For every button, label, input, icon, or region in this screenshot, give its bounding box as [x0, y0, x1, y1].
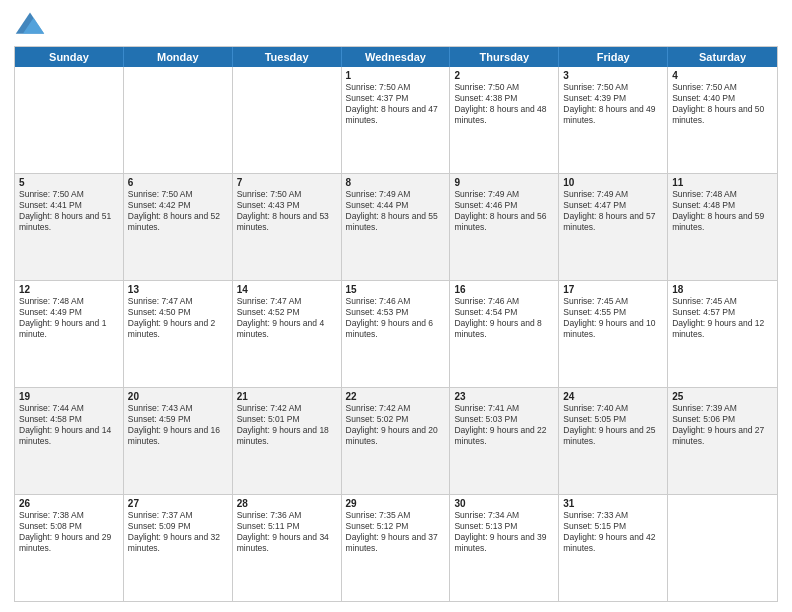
cell-info: Sunrise: 7:41 AM Sunset: 5:03 PM Dayligh…: [454, 403, 554, 447]
day-number: 29: [346, 498, 446, 509]
calendar-cell-day-24: 24Sunrise: 7:40 AM Sunset: 5:05 PM Dayli…: [559, 388, 668, 494]
day-number: 31: [563, 498, 663, 509]
day-number: 19: [19, 391, 119, 402]
page: SundayMondayTuesdayWednesdayThursdayFrid…: [0, 0, 792, 612]
cell-info: Sunrise: 7:50 AM Sunset: 4:41 PM Dayligh…: [19, 189, 119, 233]
cell-info: Sunrise: 7:50 AM Sunset: 4:40 PM Dayligh…: [672, 82, 773, 126]
calendar-cell-day-10: 10Sunrise: 7:49 AM Sunset: 4:47 PM Dayli…: [559, 174, 668, 280]
calendar-row-4: 19Sunrise: 7:44 AM Sunset: 4:58 PM Dayli…: [15, 387, 777, 494]
calendar-row-2: 5Sunrise: 7:50 AM Sunset: 4:41 PM Daylig…: [15, 173, 777, 280]
day-number: 2: [454, 70, 554, 81]
cell-info: Sunrise: 7:47 AM Sunset: 4:52 PM Dayligh…: [237, 296, 337, 340]
cell-info: Sunrise: 7:33 AM Sunset: 5:15 PM Dayligh…: [563, 510, 663, 554]
calendar-cell-day-19: 19Sunrise: 7:44 AM Sunset: 4:58 PM Dayli…: [15, 388, 124, 494]
cell-info: Sunrise: 7:49 AM Sunset: 4:46 PM Dayligh…: [454, 189, 554, 233]
calendar-cell-day-29: 29Sunrise: 7:35 AM Sunset: 5:12 PM Dayli…: [342, 495, 451, 601]
calendar: SundayMondayTuesdayWednesdayThursdayFrid…: [14, 46, 778, 602]
day-number: 16: [454, 284, 554, 295]
header-day-wednesday: Wednesday: [342, 47, 451, 67]
cell-info: Sunrise: 7:35 AM Sunset: 5:12 PM Dayligh…: [346, 510, 446, 554]
calendar-cell-day-22: 22Sunrise: 7:42 AM Sunset: 5:02 PM Dayli…: [342, 388, 451, 494]
calendar-row-1: 1Sunrise: 7:50 AM Sunset: 4:37 PM Daylig…: [15, 67, 777, 173]
calendar-cell-day-26: 26Sunrise: 7:38 AM Sunset: 5:08 PM Dayli…: [15, 495, 124, 601]
calendar-cell-empty: [668, 495, 777, 601]
day-number: 12: [19, 284, 119, 295]
day-number: 30: [454, 498, 554, 509]
cell-info: Sunrise: 7:39 AM Sunset: 5:06 PM Dayligh…: [672, 403, 773, 447]
header-day-monday: Monday: [124, 47, 233, 67]
day-number: 6: [128, 177, 228, 188]
cell-info: Sunrise: 7:37 AM Sunset: 5:09 PM Dayligh…: [128, 510, 228, 554]
calendar-header-row: SundayMondayTuesdayWednesdayThursdayFrid…: [15, 47, 777, 67]
calendar-cell-day-12: 12Sunrise: 7:48 AM Sunset: 4:49 PM Dayli…: [15, 281, 124, 387]
cell-info: Sunrise: 7:42 AM Sunset: 5:01 PM Dayligh…: [237, 403, 337, 447]
day-number: 26: [19, 498, 119, 509]
day-number: 17: [563, 284, 663, 295]
day-number: 1: [346, 70, 446, 81]
day-number: 3: [563, 70, 663, 81]
day-number: 14: [237, 284, 337, 295]
calendar-cell-day-1: 1Sunrise: 7:50 AM Sunset: 4:37 PM Daylig…: [342, 67, 451, 173]
calendar-cell-day-20: 20Sunrise: 7:43 AM Sunset: 4:59 PM Dayli…: [124, 388, 233, 494]
calendar-cell-day-28: 28Sunrise: 7:36 AM Sunset: 5:11 PM Dayli…: [233, 495, 342, 601]
calendar-cell-empty: [233, 67, 342, 173]
calendar-cell-day-25: 25Sunrise: 7:39 AM Sunset: 5:06 PM Dayli…: [668, 388, 777, 494]
calendar-cell-day-2: 2Sunrise: 7:50 AM Sunset: 4:38 PM Daylig…: [450, 67, 559, 173]
header: [14, 10, 778, 38]
logo-icon: [14, 10, 46, 38]
calendar-cell-day-13: 13Sunrise: 7:47 AM Sunset: 4:50 PM Dayli…: [124, 281, 233, 387]
cell-info: Sunrise: 7:50 AM Sunset: 4:39 PM Dayligh…: [563, 82, 663, 126]
calendar-cell-day-14: 14Sunrise: 7:47 AM Sunset: 4:52 PM Dayli…: [233, 281, 342, 387]
day-number: 11: [672, 177, 773, 188]
cell-info: Sunrise: 7:49 AM Sunset: 4:44 PM Dayligh…: [346, 189, 446, 233]
day-number: 24: [563, 391, 663, 402]
calendar-cell-empty: [124, 67, 233, 173]
calendar-row-3: 12Sunrise: 7:48 AM Sunset: 4:49 PM Dayli…: [15, 280, 777, 387]
header-day-friday: Friday: [559, 47, 668, 67]
day-number: 4: [672, 70, 773, 81]
cell-info: Sunrise: 7:48 AM Sunset: 4:48 PM Dayligh…: [672, 189, 773, 233]
calendar-cell-day-21: 21Sunrise: 7:42 AM Sunset: 5:01 PM Dayli…: [233, 388, 342, 494]
logo: [14, 10, 50, 38]
calendar-cell-day-23: 23Sunrise: 7:41 AM Sunset: 5:03 PM Dayli…: [450, 388, 559, 494]
calendar-body: 1Sunrise: 7:50 AM Sunset: 4:37 PM Daylig…: [15, 67, 777, 601]
cell-info: Sunrise: 7:44 AM Sunset: 4:58 PM Dayligh…: [19, 403, 119, 447]
calendar-cell-day-11: 11Sunrise: 7:48 AM Sunset: 4:48 PM Dayli…: [668, 174, 777, 280]
day-number: 10: [563, 177, 663, 188]
calendar-cell-day-4: 4Sunrise: 7:50 AM Sunset: 4:40 PM Daylig…: [668, 67, 777, 173]
calendar-cell-empty: [15, 67, 124, 173]
calendar-cell-day-15: 15Sunrise: 7:46 AM Sunset: 4:53 PM Dayli…: [342, 281, 451, 387]
day-number: 15: [346, 284, 446, 295]
cell-info: Sunrise: 7:47 AM Sunset: 4:50 PM Dayligh…: [128, 296, 228, 340]
day-number: 25: [672, 391, 773, 402]
calendar-cell-day-7: 7Sunrise: 7:50 AM Sunset: 4:43 PM Daylig…: [233, 174, 342, 280]
cell-info: Sunrise: 7:34 AM Sunset: 5:13 PM Dayligh…: [454, 510, 554, 554]
cell-info: Sunrise: 7:49 AM Sunset: 4:47 PM Dayligh…: [563, 189, 663, 233]
day-number: 7: [237, 177, 337, 188]
day-number: 13: [128, 284, 228, 295]
cell-info: Sunrise: 7:42 AM Sunset: 5:02 PM Dayligh…: [346, 403, 446, 447]
calendar-cell-day-30: 30Sunrise: 7:34 AM Sunset: 5:13 PM Dayli…: [450, 495, 559, 601]
day-number: 9: [454, 177, 554, 188]
calendar-cell-day-17: 17Sunrise: 7:45 AM Sunset: 4:55 PM Dayli…: [559, 281, 668, 387]
cell-info: Sunrise: 7:46 AM Sunset: 4:54 PM Dayligh…: [454, 296, 554, 340]
calendar-cell-day-8: 8Sunrise: 7:49 AM Sunset: 4:44 PM Daylig…: [342, 174, 451, 280]
header-day-thursday: Thursday: [450, 47, 559, 67]
day-number: 8: [346, 177, 446, 188]
header-day-sunday: Sunday: [15, 47, 124, 67]
cell-info: Sunrise: 7:45 AM Sunset: 4:55 PM Dayligh…: [563, 296, 663, 340]
cell-info: Sunrise: 7:50 AM Sunset: 4:42 PM Dayligh…: [128, 189, 228, 233]
header-day-tuesday: Tuesday: [233, 47, 342, 67]
calendar-cell-day-6: 6Sunrise: 7:50 AM Sunset: 4:42 PM Daylig…: [124, 174, 233, 280]
cell-info: Sunrise: 7:38 AM Sunset: 5:08 PM Dayligh…: [19, 510, 119, 554]
calendar-cell-day-3: 3Sunrise: 7:50 AM Sunset: 4:39 PM Daylig…: [559, 67, 668, 173]
day-number: 23: [454, 391, 554, 402]
header-day-saturday: Saturday: [668, 47, 777, 67]
cell-info: Sunrise: 7:43 AM Sunset: 4:59 PM Dayligh…: [128, 403, 228, 447]
calendar-row-5: 26Sunrise: 7:38 AM Sunset: 5:08 PM Dayli…: [15, 494, 777, 601]
day-number: 5: [19, 177, 119, 188]
calendar-cell-day-31: 31Sunrise: 7:33 AM Sunset: 5:15 PM Dayli…: [559, 495, 668, 601]
cell-info: Sunrise: 7:48 AM Sunset: 4:49 PM Dayligh…: [19, 296, 119, 340]
cell-info: Sunrise: 7:46 AM Sunset: 4:53 PM Dayligh…: [346, 296, 446, 340]
cell-info: Sunrise: 7:36 AM Sunset: 5:11 PM Dayligh…: [237, 510, 337, 554]
